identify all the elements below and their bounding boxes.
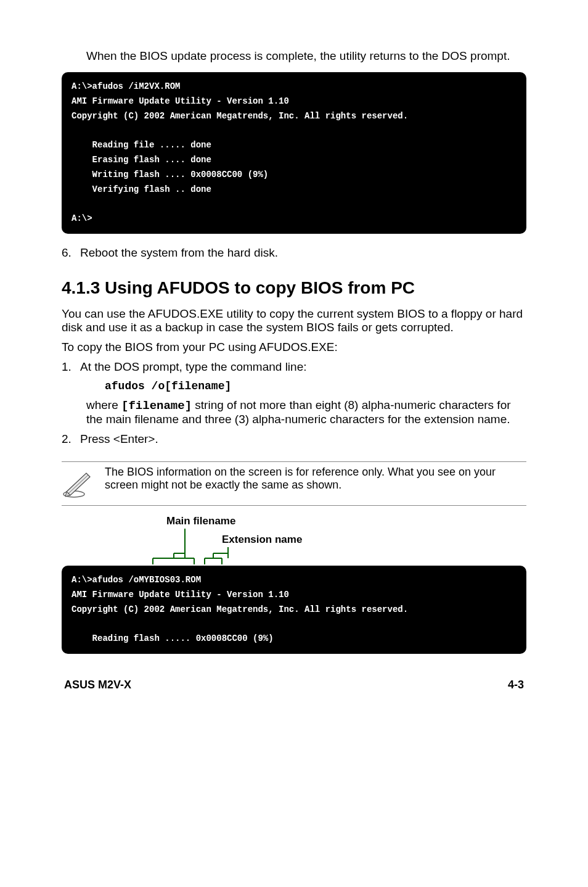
- filename-labels: Main filename Extension name: [62, 515, 526, 571]
- pencil-icon: [62, 468, 105, 501]
- note-text: The BIOS information on the screen is fo…: [105, 466, 526, 492]
- step-1: 1. At the DOS prompt, type the command l…: [62, 360, 526, 374]
- terminal-output-2: A:\>afudos /oMYBIOS03.ROM AMI Firmware U…: [62, 566, 526, 654]
- step-1-number: 1.: [62, 360, 80, 374]
- command-line-code: afudos /o[filename]: [105, 380, 526, 392]
- note-box: The BIOS information on the screen is fo…: [62, 461, 526, 506]
- terminal-output-1: A:\>afudos /iM2VX.ROM AMI Firmware Updat…: [62, 72, 526, 234]
- svg-line-2: [68, 475, 88, 493]
- where-pre: where: [86, 398, 121, 411]
- page-footer: ASUS M2V-X 4-3: [62, 679, 526, 691]
- section-heading: 4.1.3 Using AFUDOS to copy BIOS from PC: [62, 278, 526, 298]
- connector-lines-icon: [62, 515, 308, 574]
- footer-right: 4-3: [508, 679, 524, 691]
- step-2-number: 2.: [62, 432, 80, 446]
- step-1-text: At the DOS prompt, type the command line…: [80, 360, 526, 374]
- step-2: 2. Press <Enter>.: [62, 432, 526, 446]
- where-code: [filename]: [121, 399, 192, 413]
- step-6-text: Reboot the system from the hard disk.: [80, 246, 526, 260]
- step-2-text: Press <Enter>.: [80, 432, 526, 446]
- step-6-number: 6.: [62, 246, 80, 260]
- footer-left: ASUS M2V-X: [64, 679, 131, 691]
- where-explanation: where [filename] string of not more than…: [86, 398, 526, 426]
- paragraph-1: You can use the AFUDOS.EXE utility to co…: [62, 307, 526, 334]
- step-6: 6. Reboot the system from the hard disk.: [62, 246, 526, 260]
- intro-paragraph: When the BIOS update process is complete…: [86, 49, 526, 63]
- paragraph-2: To copy the BIOS from your PC using AFUD…: [62, 340, 526, 354]
